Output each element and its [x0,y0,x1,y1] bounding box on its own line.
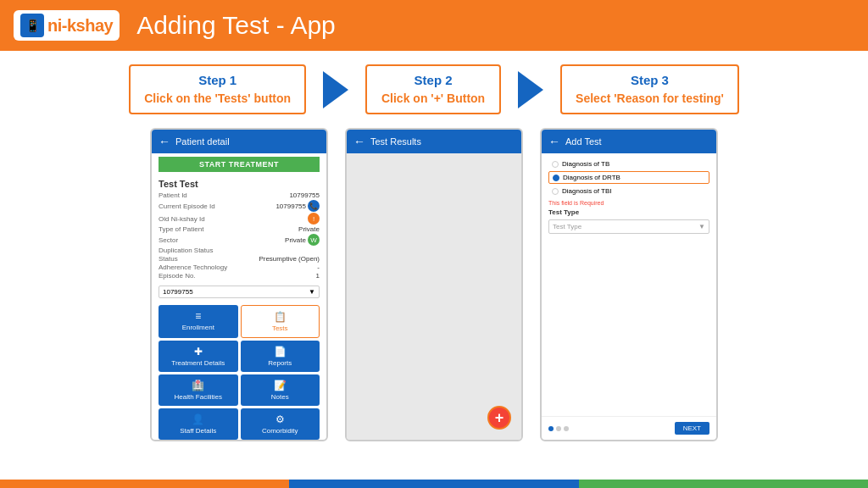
phone2-title: Test Results [370,136,421,147]
step3-box: Step 3 Select 'Reason for testing' [560,64,739,114]
step2-title: Step 2 [381,73,486,87]
phone3: ← Add Test Diagnosis of TB Diagnosis of … [540,128,718,441]
notes-icon: 📝 [242,380,319,391]
action-buttons-grid: ≡ Enrollment 📋 Tests ✚ Treatment Details… [152,302,326,441]
notes-btn[interactable]: 📝 Notes [241,374,320,406]
info-patient-type: Type of Patient Private [159,225,320,233]
step2-box: Step 2 Click on '+' Button [365,64,501,114]
step2-desc: Click on '+' Button [381,91,486,106]
comorbidity-btn[interactable]: ⚙ Comorbidity [241,408,320,440]
phone3-wrapper: ← Add Test Diagnosis of TB Diagnosis of … [540,128,718,480]
info-status: Status Presumptive (Open) [159,255,320,263]
radio-diagnosis-drtb[interactable]: Diagnosis of DRTB [548,171,709,184]
treatment-icon: ✚ [160,346,236,358]
back-icon2: ← [353,135,365,148]
test-type-dropdown[interactable]: Test Type ▼ [548,219,709,234]
test-type-placeholder: Test Type [553,223,581,230]
bar-orange [0,480,289,488]
reports-icon: 📄 [242,346,319,358]
info-patient-id: Patient Id 10799755 [159,191,320,199]
dropdown-chevron: ▼ [698,223,705,230]
health-facilities-btn[interactable]: 🏥 Health Facilities [159,374,238,406]
radio-diagnosis-tb[interactable]: Diagnosis of TB [548,158,709,169]
phone2-wrapper: ← Test Results + [345,128,523,480]
phone3-title: Add Test [565,136,602,147]
patient-info: Test Test Patient Id 10799755 Current Ep… [152,175,326,284]
dot-1 [548,426,554,431]
radio-label-tbi: Diagnosis of TBI [562,187,612,195]
info-adherence: Adherence Technology - [159,263,320,271]
phones-row: ← Patient detail START TREATMENT Test Te… [0,128,868,480]
radio-circle-drtb [553,175,559,181]
bar-blue [289,480,578,488]
logo: 📱 ni-kshay [14,10,120,41]
phone1: ← Patient detail START TREATMENT Test Te… [150,128,328,441]
reports-btn[interactable]: 📄 Reports [241,341,320,372]
start-treatment-btn[interactable]: START TREATMENT [159,157,320,172]
phone1-header: ← Patient detail [152,130,326,153]
phone3-footer: NEXT [542,416,716,440]
arrow2 [518,71,543,108]
phone2-header: ← Test Results [347,130,521,153]
phone1-wrapper: ← Patient detail START TREATMENT Test Te… [150,128,328,480]
add-test-fab[interactable]: + [487,406,511,430]
arrow1 [323,71,348,108]
test-type-label: Test Type [542,208,716,216]
whatsapp-icon: W [308,234,320,246]
info-sector: Sector Private W [159,234,320,246]
staff-details-btn[interactable]: 👤 Staff Details [159,408,238,440]
radio-label-drtb: Diagnosis of DRTB [563,174,620,181]
comorbidity-icon: ⚙ [242,413,319,425]
dot-navigation [548,426,569,431]
bottom-bars [0,480,868,488]
tests-icon: 📋 [243,311,318,323]
info-episode-no: Episode No. 1 [159,272,320,280]
enrollment-btn[interactable]: ≡ Enrollment [159,305,238,338]
info-nikshay-id: Old Ni-kshay Id ! [159,213,320,225]
step1-box: Step 1 Click on the 'Tests' button [129,64,306,114]
info-dup-status: Duplication Status [159,247,320,254]
app-header: 📱 ni-kshay Adding Test - App [0,0,868,51]
staff-icon: 👤 [160,413,236,425]
phone1-title: Patient detail [175,136,230,147]
dot-3 [564,426,569,431]
radio-label-tb: Diagnosis of TB [562,160,609,168]
radio-diagnosis-tbi[interactable]: Diagnosis of TBI [548,186,709,197]
logo-icon: 📱 [20,14,44,37]
steps-row: Step 1 Click on the 'Tests' button Step … [0,51,868,128]
step1-title: Step 1 [144,73,291,87]
main-content: Step 1 Click on the 'Tests' button Step … [0,51,868,488]
health-icon: 🏥 [160,380,236,391]
enrollment-icon: ≡ [160,310,236,322]
test-results-body: + [347,153,521,440]
treatment-details-btn[interactable]: ✚ Treatment Details [159,341,238,372]
phone3-header: ← Add Test [542,130,716,153]
page-title: Adding Test - App [136,11,336,40]
radio-group: Diagnosis of TB Diagnosis of DRTB Diagno… [542,153,716,200]
required-text: This field is Required [542,200,716,206]
step1-desc: Click on the 'Tests' button [144,91,291,106]
tests-btn[interactable]: 📋 Tests [241,305,320,338]
alert-icon: ! [308,213,320,225]
bar-green [579,480,868,488]
dot-2 [556,426,561,431]
call-icon: 📞 [308,200,320,212]
info-episode-id: Current Episode Id 10799755 📞 [159,200,320,212]
radio-circle-tbi [552,188,559,195]
phone2: ← Test Results + [345,128,523,441]
back-icon: ← [159,135,170,148]
next-btn[interactable]: NEXT [675,422,709,435]
logo-text: ni-kshay [47,16,113,36]
patient-name: Test Test [159,179,320,189]
step3-title: Step 3 [576,73,724,87]
radio-circle-tb [552,161,559,168]
episode-dropdown[interactable]: 10799755 ▼ [159,286,320,298]
step3-desc: Select 'Reason for testing' [576,91,724,106]
back-icon3: ← [548,135,560,148]
